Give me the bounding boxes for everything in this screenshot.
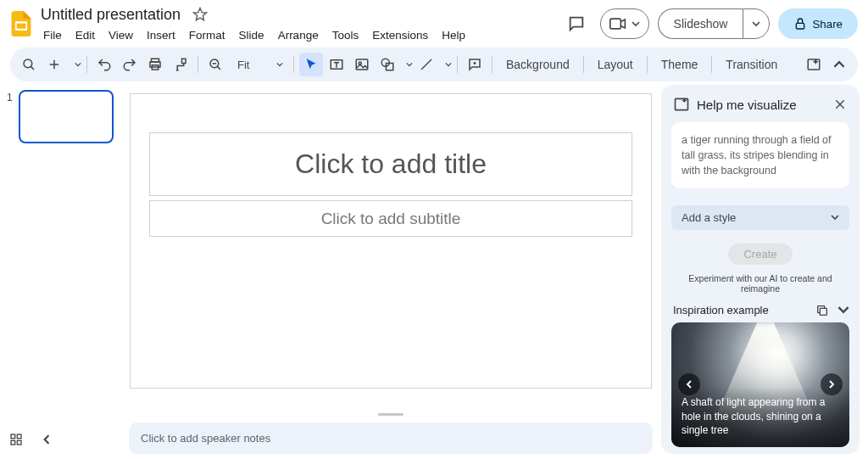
menu-file[interactable]: File xyxy=(37,26,68,44)
svg-rect-31 xyxy=(17,434,21,439)
chevron-down-icon xyxy=(752,20,760,28)
comments-icon[interactable] xyxy=(561,8,592,39)
background-button[interactable]: Background xyxy=(498,53,578,76)
slide-canvas[interactable]: Click to add title Click to add subtitle xyxy=(131,94,651,388)
svg-rect-21 xyxy=(387,64,393,70)
chevron-down-icon[interactable] xyxy=(406,61,413,68)
chevron-down-icon xyxy=(632,20,640,28)
zoom-select[interactable]: Fit xyxy=(229,59,288,71)
share-button[interactable]: Share xyxy=(778,8,858,39)
title-placeholder[interactable]: Click to add title xyxy=(149,132,632,196)
menu-edit[interactable]: Edit xyxy=(70,26,101,44)
notes-resize-handle[interactable] xyxy=(378,413,403,416)
slides-logo[interactable] xyxy=(10,13,32,35)
slideshow-button[interactable]: Slideshow xyxy=(658,8,743,39)
chevron-down-icon xyxy=(831,213,839,221)
shape-tool[interactable] xyxy=(376,53,399,76)
zoom-button[interactable] xyxy=(203,53,227,76)
layout-button[interactable]: Layout xyxy=(589,53,642,76)
sidepanel-title: Help me visualize xyxy=(697,98,797,112)
create-button[interactable]: Create xyxy=(728,243,793,265)
menu-format[interactable]: Format xyxy=(183,26,231,44)
filmstrip-toggle-icon[interactable] xyxy=(37,430,56,449)
svg-rect-4 xyxy=(797,23,804,29)
chevron-down-icon[interactable] xyxy=(445,61,452,68)
prompt-input[interactable]: a tiger running through a field of tall … xyxy=(671,122,849,188)
inspiration-caption: A shaft of light appearing from a hole i… xyxy=(671,387,849,447)
chevron-down-icon[interactable] xyxy=(75,61,81,68)
menu-arrange[interactable]: Arrange xyxy=(272,26,325,44)
textbox-tool[interactable] xyxy=(325,53,348,76)
help-me-visualize-panel: Help me visualize a tiger running throug… xyxy=(661,85,860,454)
speaker-notes[interactable]: Click to add speaker notes xyxy=(129,423,653,454)
doc-title[interactable]: Untitled presentation xyxy=(37,5,184,25)
slideshow-dropdown[interactable] xyxy=(743,8,770,39)
close-icon[interactable] xyxy=(831,95,849,114)
svg-rect-32 xyxy=(11,440,15,445)
menu-view[interactable]: View xyxy=(103,26,139,44)
menu-insert[interactable]: Insert xyxy=(141,26,181,44)
transition-button[interactable]: Transition xyxy=(717,53,786,76)
image-generate-icon[interactable] xyxy=(802,53,826,76)
svg-rect-25 xyxy=(808,59,820,70)
svg-line-6 xyxy=(31,66,34,70)
style-select[interactable]: Add a style xyxy=(671,205,849,229)
sidepanel-hint: Experiment with our AI to create and rei… xyxy=(661,273,860,300)
slideshow-button-group: Slideshow xyxy=(658,8,771,39)
star-icon[interactable] xyxy=(189,3,211,25)
select-tool[interactable] xyxy=(299,53,323,76)
sparkle-image-icon xyxy=(673,96,690,113)
paint-format-button[interactable] xyxy=(169,53,192,76)
redo-button[interactable] xyxy=(118,53,142,76)
copy-icon[interactable] xyxy=(815,304,829,317)
zoom-label: Fit xyxy=(237,59,249,71)
theme-button[interactable]: Theme xyxy=(653,53,707,76)
svg-line-13 xyxy=(217,66,220,70)
inspiration-card[interactable]: A shaft of light appearing from a hole i… xyxy=(671,322,849,447)
image-tool[interactable] xyxy=(350,53,374,76)
svg-marker-2 xyxy=(194,8,207,20)
inspiration-heading: Inspiration example xyxy=(673,304,769,316)
menu-slide[interactable]: Slide xyxy=(233,26,270,44)
comment-tool[interactable] xyxy=(463,53,487,76)
slide-number: 1 xyxy=(7,90,14,143)
meet-button[interactable] xyxy=(600,8,649,39)
menu-help[interactable]: Help xyxy=(436,26,471,44)
slide-thumbnail[interactable] xyxy=(19,90,114,143)
svg-rect-18 xyxy=(356,59,368,70)
collapse-toolbar-icon[interactable] xyxy=(827,53,851,76)
toolbar: Fit Background Layout Theme Transition xyxy=(10,48,858,81)
svg-rect-3 xyxy=(609,19,620,29)
slideshow-label: Slideshow xyxy=(674,17,728,31)
menu-tools[interactable]: Tools xyxy=(326,26,365,44)
svg-line-22 xyxy=(421,59,431,70)
undo-button[interactable] xyxy=(92,53,116,76)
svg-point-5 xyxy=(24,59,32,68)
new-slide-button[interactable] xyxy=(42,53,66,76)
print-button[interactable] xyxy=(143,53,167,76)
svg-rect-30 xyxy=(11,434,15,439)
subtitle-placeholder[interactable]: Click to add subtitle xyxy=(149,200,632,237)
style-label: Add a style xyxy=(682,211,736,224)
search-icon[interactable] xyxy=(17,53,41,76)
svg-rect-1 xyxy=(17,24,26,29)
menu-extensions[interactable]: Extensions xyxy=(366,26,434,44)
line-tool[interactable] xyxy=(415,53,438,76)
share-label: Share xyxy=(812,18,843,31)
chevron-down-icon xyxy=(276,61,283,68)
filmstrip: 1 xyxy=(0,81,120,459)
menu-bar: File Edit View Insert Format Slide Arran… xyxy=(37,25,471,44)
lock-icon xyxy=(793,17,807,31)
svg-rect-29 xyxy=(820,308,826,315)
grid-view-icon[interactable] xyxy=(7,430,25,449)
expand-icon[interactable] xyxy=(837,304,849,317)
svg-rect-33 xyxy=(17,440,21,445)
